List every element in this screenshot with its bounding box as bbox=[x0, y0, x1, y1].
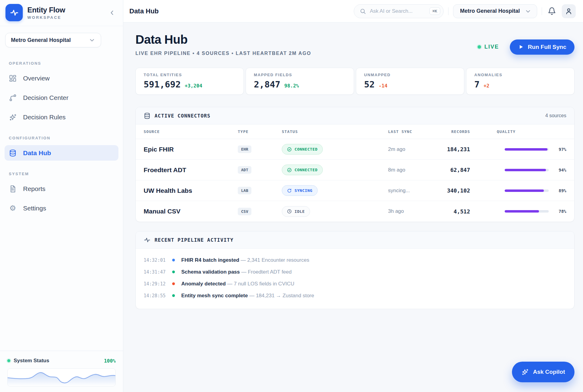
table-row-froedtert-adt[interactable]: Froedtert ADT ADT CONNECTED 8m ago 62,84… bbox=[136, 160, 574, 180]
sidebar-item-overview[interactable]: Overview bbox=[5, 70, 118, 86]
stat-card-total-entities: TOTAL ENTITIES 591,692 +3,204 bbox=[135, 68, 244, 95]
stat-value: 591,692 bbox=[144, 79, 181, 90]
stat-label: UNMAPPED bbox=[364, 73, 456, 77]
column-header-quality: QUALITY bbox=[470, 129, 566, 134]
sparkline-chart bbox=[8, 369, 115, 386]
event-detail: — 7 null LOS fields in CVICU bbox=[227, 281, 294, 287]
type-badge: LAB bbox=[238, 187, 251, 194]
stat-delta: +2 bbox=[483, 83, 489, 89]
activity-event: 14:29:12 Anomaly detected — 7 null LOS f… bbox=[144, 278, 566, 290]
column-header-status: STATUS bbox=[282, 129, 388, 134]
bell-icon bbox=[548, 7, 556, 15]
dashboard-grid-icon bbox=[9, 74, 17, 82]
activity-event: 14:31:47 Schema validation pass — Froedt… bbox=[144, 266, 566, 278]
play-icon bbox=[518, 44, 524, 50]
status-badge-connected: CONNECTED bbox=[282, 144, 323, 155]
org-selector[interactable]: Metro General Hospital bbox=[453, 4, 537, 18]
chevron-down-icon bbox=[89, 37, 95, 43]
connector-name: Epic FHIR bbox=[144, 146, 238, 153]
activity-event: 14:28:55 Entity mesh sync complete — 184… bbox=[144, 290, 566, 302]
sidebar-nav: OPERATIONS Overview Decision Center Deci… bbox=[0, 47, 123, 220]
search-input[interactable]: Ask AI or Search... ⌘K bbox=[354, 4, 444, 18]
last-sync-value: 8m ago bbox=[388, 167, 443, 173]
table-row-epic-fhir[interactable]: Epic FHIR EHR CONNECTED 2m ago 184,231 9… bbox=[136, 139, 574, 160]
page-header: Data Hub LIVE EHR PIPELINE • 4 SOURCES •… bbox=[135, 33, 574, 56]
event-detail: — Froedtert ADT feed bbox=[241, 269, 292, 275]
quality-bar-fill bbox=[505, 210, 539, 213]
sidebar-item-settings[interactable]: ⚙ Settings bbox=[5, 200, 118, 216]
sidebar-item-data-hub[interactable]: Data Hub bbox=[5, 145, 118, 161]
sidebar-item-label: Overview bbox=[23, 75, 50, 82]
event-dot bbox=[172, 294, 175, 297]
sources-count: 4 sources bbox=[545, 113, 566, 118]
activity-header: RECENT PIPELINE ACTIVITY bbox=[136, 231, 574, 249]
stat-label: ANOMALIES bbox=[474, 73, 566, 77]
page-subtitle: LIVE EHR PIPELINE • 4 SOURCES • LAST HEA… bbox=[135, 51, 311, 56]
sparkles-icon bbox=[521, 368, 529, 376]
stat-label: TOTAL ENTITIES bbox=[144, 73, 236, 77]
system-status-sparkline bbox=[7, 368, 116, 387]
event-time: 14:29:12 bbox=[144, 281, 168, 287]
status-badge-syncing: SYNCING bbox=[282, 185, 318, 196]
page-title: Data Hub bbox=[135, 33, 311, 46]
workspace-name: Entity Flow bbox=[27, 6, 65, 14]
records-value: 184,231 bbox=[443, 146, 470, 152]
topbar: Data Hub Ask AI or Search... ⌘K Metro Ge… bbox=[123, 0, 583, 22]
database-icon bbox=[9, 149, 17, 157]
app-logo bbox=[5, 4, 23, 21]
gear-icon: ⚙ bbox=[9, 204, 17, 212]
live-dot bbox=[478, 45, 481, 49]
sidebar-item-decision-center[interactable]: Decision Center bbox=[5, 90, 118, 105]
keyboard-shortcut-badge: ⌘K bbox=[429, 7, 440, 15]
workspace-selector-value: Metro General Hospital bbox=[11, 37, 71, 43]
table-row-manual-csv[interactable]: Manual CSV CSV IDLE 3h ago 4,512 78% bbox=[136, 201, 574, 222]
last-sync-value: 2m ago bbox=[388, 146, 443, 152]
status-badge-idle: IDLE bbox=[282, 206, 310, 217]
workspace-selector[interactable]: Metro General Hospital bbox=[5, 33, 101, 47]
chevron-left-icon bbox=[108, 9, 116, 16]
sidebar-item-decision-rules[interactable]: Decision Rules bbox=[5, 109, 118, 125]
notifications-button[interactable] bbox=[547, 6, 557, 16]
quality-bar-fill bbox=[505, 189, 544, 192]
workspace-subtitle: WORKSPACE bbox=[27, 15, 65, 20]
type-badge: EHR bbox=[238, 145, 251, 153]
activity-event: 14:32:01 FHIR R4 batch ingested — 2,341 … bbox=[144, 254, 566, 266]
user-avatar[interactable] bbox=[562, 4, 576, 18]
last-sync-value: syncing... bbox=[388, 188, 443, 194]
sidebar-item-label: Decision Center bbox=[23, 94, 68, 101]
section-title: ACTIVE CONNECTORS bbox=[155, 113, 210, 119]
column-header-type: TYPE bbox=[238, 129, 282, 134]
stat-delta: -14 bbox=[379, 83, 387, 89]
database-icon bbox=[144, 112, 151, 119]
stat-delta: +3,204 bbox=[185, 83, 202, 89]
sparkles-icon bbox=[9, 113, 17, 121]
quality-bar-fill bbox=[505, 148, 547, 151]
person-icon bbox=[565, 7, 573, 15]
active-connectors-card: ACTIVE CONNECTORS 4 sources SOURCE TYPE … bbox=[135, 107, 574, 222]
branch-icon bbox=[9, 94, 17, 102]
quality-bar-fill bbox=[505, 169, 546, 171]
clock-icon bbox=[287, 209, 292, 214]
run-full-sync-button[interactable]: Run Full Sync bbox=[510, 39, 574, 55]
stat-label: MAPPED FIELDS bbox=[254, 73, 346, 77]
column-header-source: SOURCE bbox=[144, 129, 238, 134]
quality-percent: 89% bbox=[553, 188, 566, 193]
event-title: Anomaly detected bbox=[181, 281, 226, 287]
refresh-icon bbox=[287, 188, 292, 193]
sidebar-item-reports[interactable]: Reports bbox=[5, 181, 118, 196]
stat-value: 7 bbox=[474, 79, 479, 90]
pulse-icon bbox=[10, 8, 19, 17]
sidebar-item-label: Decision Rules bbox=[23, 114, 66, 121]
sidebar: Entity Flow WORKSPACE Metro General Hosp… bbox=[0, 0, 123, 392]
sidebar-item-label: Reports bbox=[23, 185, 46, 193]
ask-copilot-button[interactable]: Ask Copilot bbox=[512, 362, 574, 382]
sidebar-collapse-button[interactable] bbox=[107, 7, 118, 18]
table-row-uw-health-labs[interactable]: UW Health Labs LAB SYNCING syncing... 34… bbox=[136, 180, 574, 201]
records-value: 4,512 bbox=[443, 208, 470, 215]
event-detail: — 2,341 Encounter resources bbox=[241, 257, 309, 263]
stat-card-anomalies: ANOMALIES 7 +2 bbox=[466, 68, 574, 95]
connector-name: Froedtert ADT bbox=[144, 166, 238, 174]
status-badge-connected: CONNECTED bbox=[282, 165, 323, 175]
nav-section-configuration: CONFIGURATION bbox=[9, 136, 118, 140]
pulse-icon bbox=[144, 237, 151, 244]
